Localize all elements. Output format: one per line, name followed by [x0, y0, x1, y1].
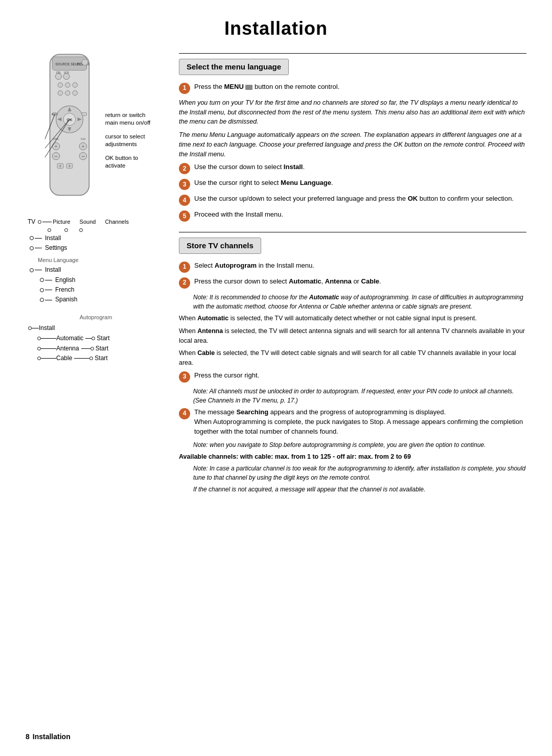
svg-point-14: [73, 90, 78, 96]
svg-point-10: [65, 83, 70, 88]
tv-menu-diagram: TV Picture Sound Channels: [26, 218, 164, 304]
s2-step2-text: Press the cursor down to select Automati…: [194, 277, 526, 287]
svg-rect-23: [82, 113, 87, 116]
svg-point-4: [82, 59, 88, 65]
svg-point-5: [55, 74, 61, 80]
sound-tab: Sound: [80, 218, 96, 226]
automatic-label: Automatic: [56, 334, 83, 343]
step1-text: Press the MENU button on the remote cont…: [194, 82, 526, 92]
svg-point-11: [73, 83, 78, 88]
right-column: Select the menu language 1 Press the MEN…: [169, 53, 526, 504]
callout-cursor-text: cursor to select adjustments: [105, 133, 145, 148]
cable-label: Cable: [56, 354, 72, 363]
menu-language-title: Menu Language: [30, 256, 164, 265]
step5-text: Proceed with the Install menu.: [194, 210, 526, 220]
s2-step4-text: The message Searching appears and the pr…: [194, 408, 526, 437]
s2-note-italic5: If the channel is not acquired, a messag…: [179, 485, 526, 494]
channels-tab: Channels: [105, 218, 128, 226]
step2-num: 2: [179, 163, 190, 174]
cable-start-label: Start: [95, 354, 107, 363]
step3-num: 3: [179, 179, 190, 190]
s2-note-cable: When Cable is selected, the TV will dete…: [179, 348, 526, 368]
autoprogram-diagram: Autoprogram Install Automatic Start Ante: [26, 314, 164, 363]
cable-dot: [37, 357, 41, 360]
page-title: Installation: [26, 15, 526, 42]
picture-dot: [48, 228, 51, 232]
picture-tab: Picture: [53, 218, 70, 226]
section-store-tv: Store TV channels 1 Select Autoprogram i…: [179, 232, 526, 494]
step3-text: Use the cursor right to select Menu Lang…: [194, 178, 526, 188]
step5-row: 5 Proceed with the Install menu.: [179, 210, 526, 222]
s2-step1-text: Select Autoprogram in the Install menu.: [194, 261, 526, 271]
install2-dot: [30, 268, 34, 272]
step1-num: 1: [179, 83, 190, 94]
s2-step4-num: 4: [179, 408, 190, 419]
step5-num: 5: [179, 210, 190, 222]
s2-note-automatic: When Automatic is selected, the TV will …: [179, 314, 526, 323]
tv-label: TV: [28, 218, 35, 226]
settings-dot: [30, 246, 34, 250]
s2-step3-num: 3: [179, 371, 190, 383]
sound-dot: [64, 228, 68, 232]
french-dot: [40, 288, 44, 292]
svg-point-12: [58, 90, 63, 96]
svg-text:+: +: [81, 144, 84, 149]
s2-note-italic2: Note: All channels must be unlocked in o…: [179, 387, 526, 405]
svg-text:−: −: [81, 153, 85, 160]
cable-start-dot: [89, 357, 93, 360]
svg-point-6: [63, 74, 70, 80]
english-label: English: [55, 276, 75, 285]
section-menu-language: Select the menu language 1 Press the MEN…: [179, 53, 526, 222]
remote-svg: SOURCE SELECT POWER CBL VCR: [39, 53, 100, 212]
callout-cursor: cursor to select adjustments: [105, 133, 151, 148]
step1-row: 1 Press the MENU button on the remote co…: [179, 82, 526, 94]
footer-page-num: 8: [26, 731, 30, 742]
step4-num: 4: [179, 195, 190, 206]
note2: The menu Menu Language automatically app…: [179, 130, 526, 159]
french-label: French: [55, 286, 74, 294]
antenna-dot: [37, 347, 41, 350]
automatic-dot: [37, 337, 41, 340]
install-label: Install: [45, 234, 61, 243]
step3-row: 3 Use the cursor right to select Menu La…: [179, 178, 526, 190]
section2-header: Store TV channels: [179, 238, 261, 254]
install3-dot: [28, 326, 32, 330]
s2-step3-text: Press the cursor right.: [194, 371, 526, 381]
footer: 8 Installation: [26, 731, 71, 742]
callout-ok-text: OK button to activate: [105, 154, 139, 170]
svg-point-9: [58, 83, 63, 88]
tv-dot: [38, 220, 41, 224]
callout-menu: return or switch main menu on/off: [105, 111, 151, 127]
svg-text:MENU: MENU: [52, 113, 58, 115]
s2-note-italic1: Note: It is recommended to choose for th…: [179, 293, 526, 311]
step2-text: Use the cursor down to select Install.: [194, 162, 526, 172]
remote-diagram: SOURCE SELECT POWER CBL VCR: [26, 53, 164, 212]
s2-note-italic4: Note: In case a particular channel is to…: [179, 464, 526, 482]
step4-row: 4 Use the cursor up/down to select your …: [179, 194, 526, 206]
install2-label: Install: [45, 266, 61, 274]
s2-step1-row: 1 Select Autoprogram in the Install menu…: [179, 261, 526, 273]
channels-dot: [79, 228, 83, 232]
s2-channels-line: Available channels: with cable: max. fro…: [179, 452, 526, 462]
install3-label: Install: [39, 324, 55, 333]
svg-text:VCR: VCR: [64, 72, 70, 74]
antenna-start-label: Start: [96, 344, 108, 353]
autoprogram-title: Autoprogram: [28, 314, 164, 322]
note1: When you turn on your TV for the first t…: [179, 98, 526, 127]
section1-header: Select the menu language: [179, 59, 289, 75]
callout-menu-text: return or switch main menu on/off: [105, 111, 151, 127]
s2-step3-row: 3 Press the cursor right.: [179, 371, 526, 383]
s2-step1-num: 1: [179, 262, 190, 273]
step2-row: 2 Use the cursor down to select Install.: [179, 162, 526, 174]
step4-text: Use the cursor up/down to select your pr…: [194, 194, 526, 204]
spanish-dot: [40, 298, 44, 302]
svg-point-13: [65, 90, 70, 96]
install-dot: [30, 236, 34, 240]
s2-note-italic3: Note: when you navigate to Stop before a…: [179, 440, 526, 450]
callout-ok: OK button to activate: [105, 154, 151, 170]
automatic-start-dot: [91, 337, 95, 340]
s2-step2-num: 2: [179, 277, 190, 289]
remote-callouts: return or switch main menu on/off cursor…: [105, 53, 151, 212]
antenna-start-dot: [90, 347, 94, 350]
settings-label: Settings: [45, 244, 67, 252]
